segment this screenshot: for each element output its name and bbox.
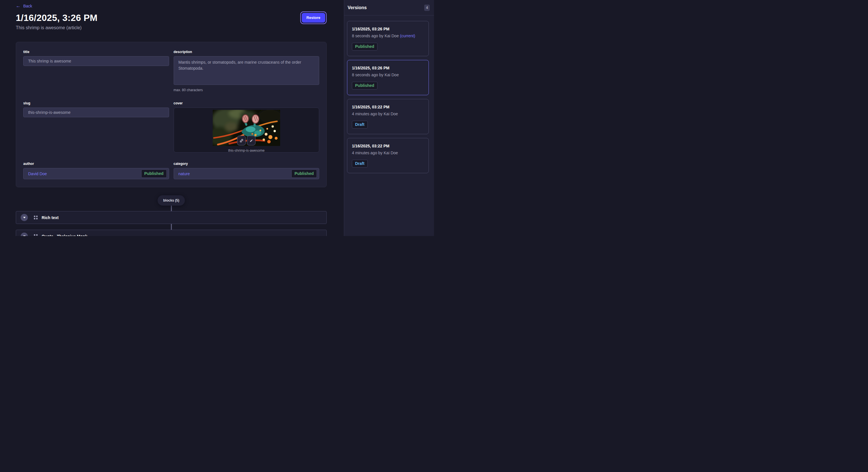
block-label: Rich text	[42, 215, 59, 220]
description-hint: max. 80 characters	[174, 88, 319, 92]
version-meta: 4 minutes ago by Kai Doe	[352, 111, 424, 116]
drag-grid-glyph	[34, 216, 38, 220]
versions-sidebar-header: Versions 4	[344, 0, 434, 15]
versions-title: Versions	[348, 5, 367, 10]
slug-input[interactable]	[23, 107, 169, 117]
version-meta-text: 4 minutes ago by Kai Doe	[352, 111, 398, 116]
versions-sidebar: Versions 4 1/16/2025, 03:26 PM 8 seconds…	[344, 0, 434, 236]
field-category: category nature Published	[174, 162, 319, 179]
blocks-dynamic-zone: blocks (5) Rich text	[16, 187, 327, 236]
version-meta: 8 seconds ago by Kai Doe	[352, 72, 424, 77]
drag-grid-icon[interactable]	[34, 234, 38, 236]
version-card[interactable]: 1/16/2025, 03:22 PM 4 minutes ago by Kai…	[347, 99, 429, 134]
chevron-down-button[interactable]	[21, 233, 28, 236]
version-card[interactable]: 1/16/2025, 03:26 PM 8 seconds ago by Kai…	[347, 60, 429, 95]
version-meta: 8 seconds ago by Kai Doe(current)	[352, 34, 424, 38]
entry-form-card: title description Mantis shrimps, or sto…	[16, 42, 327, 187]
version-meta-text: 8 seconds ago by Kai Doe	[352, 72, 399, 77]
field-slug: slug	[23, 101, 169, 153]
field-description-label: description	[174, 50, 319, 54]
version-current-tag: (current)	[400, 34, 415, 38]
version-status-badge: Draft	[352, 160, 368, 167]
app-root: ← Back 1/16/2025, 3:26 PM This shrimp is…	[0, 0, 434, 236]
page-header: 1/16/2025, 3:26 PM This shrimp is awesom…	[16, 13, 327, 30]
pencil-icon	[249, 138, 253, 143]
field-description: description Mantis shrimps, or stomatopo…	[174, 50, 319, 92]
back-label: Back	[23, 4, 32, 8]
page-title: 1/16/2025, 3:26 PM	[16, 13, 327, 23]
author-relation-box: David Doe Published	[23, 168, 169, 179]
blocks-accordion-list: Rich text Quote - Thelonius Monk	[16, 211, 327, 236]
field-slug-label: slug	[23, 101, 169, 105]
version-card[interactable]: 1/16/2025, 03:22 PM 4 minutes ago by Kai…	[347, 138, 429, 173]
version-status-badge: Published	[352, 43, 377, 50]
author-status-badge: Published	[141, 169, 167, 178]
version-date: 1/16/2025, 03:26 PM	[352, 27, 424, 31]
category-relation-box: nature Published	[174, 168, 319, 179]
version-meta-text: 4 minutes ago by Kai Doe	[352, 150, 398, 155]
field-cover: cover	[174, 101, 319, 153]
version-date: 1/16/2025, 03:26 PM	[352, 66, 424, 70]
chevron-down-icon	[23, 216, 26, 219]
edit-asset-button[interactable]	[247, 136, 255, 145]
chevron-down-button[interactable]	[21, 214, 28, 221]
field-category-label: category	[174, 162, 319, 166]
page-subtitle: This shrimp is awesome (article)	[16, 25, 327, 30]
blocks-count-pill[interactable]: blocks (5)	[158, 195, 185, 206]
version-meta-text: 8 seconds ago by Kai Doe	[352, 34, 399, 38]
restore-button-focus-ring: Restore	[300, 11, 327, 24]
main-inner: ← Back 1/16/2025, 3:26 PM This shrimp is…	[16, 0, 327, 236]
link-icon	[239, 138, 244, 143]
version-card[interactable]: 1/16/2025, 03:26 PM 8 seconds ago by Kai…	[347, 21, 429, 56]
block-accordion: Quote - Thelonius Monk	[16, 230, 327, 236]
block-accordion-header[interactable]: Quote - Thelonius Monk	[16, 230, 327, 236]
field-author-label: author	[23, 162, 169, 166]
main-content: ← Back 1/16/2025, 3:26 PM This shrimp is…	[0, 0, 344, 236]
category-status-badge: Published	[291, 169, 317, 178]
block-accordion: Rich text	[16, 211, 327, 224]
cover-asset-card: this-shrimp-is-awesome	[174, 107, 319, 153]
cover-actions	[237, 136, 255, 145]
drag-grid-icon[interactable]	[34, 216, 38, 220]
restore-button[interactable]: Restore	[302, 13, 325, 23]
cover-image-wrap	[213, 110, 280, 146]
block-label: Quote - Thelonius Monk	[42, 234, 87, 236]
author-relation-link[interactable]: David Doe	[28, 171, 47, 176]
drag-grid-glyph	[34, 234, 38, 236]
version-status-badge: Published	[352, 82, 377, 90]
field-cover-label: cover	[174, 101, 319, 105]
versions-count-badge: 4	[424, 5, 430, 11]
version-meta: 4 minutes ago by Kai Doe	[352, 150, 424, 155]
version-status-badge: Draft	[352, 121, 368, 129]
arrow-left-icon: ←	[16, 3, 21, 8]
category-relation-link[interactable]: nature	[179, 171, 190, 176]
field-title-label: title	[23, 50, 169, 54]
description-textarea[interactable]: Mantis shrimps, or stomatopods, are mari…	[174, 56, 319, 85]
version-date: 1/16/2025, 03:22 PM	[352, 144, 424, 148]
version-list[interactable]: 1/16/2025, 03:26 PM 8 seconds ago by Kai…	[344, 15, 434, 173]
field-title: title	[23, 50, 169, 92]
back-link[interactable]: ← Back	[16, 3, 32, 8]
block-accordion-header[interactable]: Rich text	[16, 211, 327, 224]
field-author: author David Doe Published	[23, 162, 169, 179]
chevron-down-icon	[23, 235, 26, 236]
version-date: 1/16/2025, 03:22 PM	[352, 105, 424, 109]
copy-link-button[interactable]	[237, 136, 246, 145]
title-input[interactable]	[23, 56, 169, 66]
cover-caption: this-shrimp-is-awesome	[228, 148, 265, 153]
